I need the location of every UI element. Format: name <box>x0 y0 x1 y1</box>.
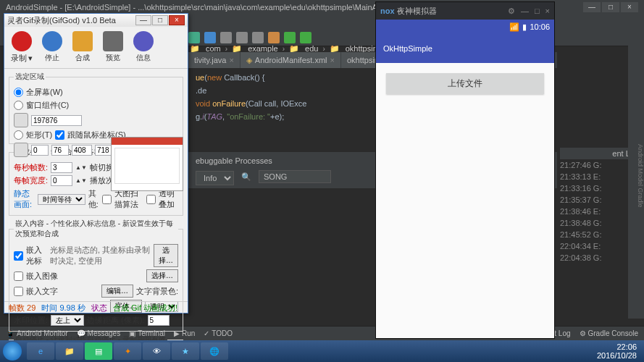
bigsize-check[interactable] <box>102 195 112 204</box>
app-title: OkHttpSimple <box>383 44 432 53</box>
nox-window: nox 夜神模拟器 ⚙ — □ × 📶▮10:06 OkHttpSimple 上… <box>375 1 555 339</box>
nox-title: 夜神模拟器 <box>397 6 437 17</box>
start-button[interactable] <box>3 342 22 361</box>
compose-icon <box>72 31 93 51</box>
nox-titlebar[interactable]: nox 夜神模拟器 ⚙ — □ × <box>376 2 554 20</box>
maximize-button[interactable]: □ <box>602 2 619 12</box>
system-tray[interactable]: 22:06 2016/10/28 <box>597 342 641 360</box>
gifgod-statusbar: 帧数 29 时间 9.98 秒 状态合成 Gif 动画成功! <box>4 301 188 313</box>
gifgod-toolbar: 录制 ▾ 停止 合成 预览 信息 <box>4 27 188 69</box>
taskbar-app[interactable]: ★ <box>172 342 199 360</box>
debug-header: ebuggable Processes <box>196 156 272 165</box>
picker-icon[interactable] <box>14 113 28 127</box>
width-input[interactable] <box>51 175 72 186</box>
windows-taskbar: e 📁 ▤ ✦ 👁 ★ 🌐 22:06 2016/10/28 <box>0 340 644 362</box>
clock: 10:06 <box>530 22 550 32</box>
editor-tab[interactable]: ◈AndroidManifest.xml× <box>241 52 340 68</box>
rect-w-input[interactable] <box>72 145 92 156</box>
ide-title: AndroidSimple - [E:\AndroidSimple] - ...… <box>6 3 405 12</box>
record-icon <box>12 31 32 51</box>
preview-button[interactable]: 预览 <box>99 30 127 65</box>
taskbar-app[interactable]: e <box>27 342 54 360</box>
minimize-button[interactable]: — <box>135 15 151 25</box>
embed-image-check[interactable] <box>14 272 23 281</box>
close-tab-icon[interactable]: × <box>229 56 233 64</box>
tool-tab[interactable]: ✓ TODO <box>204 329 233 337</box>
watermark-select[interactable]: 左上 <box>51 315 84 326</box>
xml-icon: ◈ <box>246 56 252 65</box>
area-fieldset: 选定区域 全屏幕(W) 窗口组件(C) 矩形(T) 跟随鼠标坐标(S) <box>9 72 183 144</box>
search-icon: 🔍 <box>241 172 251 182</box>
static-select[interactable]: 时间等待 <box>38 194 85 205</box>
window-id-input[interactable] <box>31 115 82 126</box>
editor-tab[interactable]: tivity.java× <box>188 52 240 68</box>
info-icon <box>133 31 154 51</box>
gifgod-titlebar[interactable]: 灵者Gif录制(GifGod) v1.0 Beta — □ × <box>4 14 188 27</box>
close-button[interactable]: × <box>169 15 185 25</box>
tool-tab[interactable]: ⚙ Gradle Console <box>580 329 638 337</box>
embed-text-check[interactable] <box>14 287 23 296</box>
settings-icon[interactable]: ⚙ <box>508 7 515 16</box>
window-radio[interactable] <box>14 101 23 110</box>
tray-time: 22:06 <box>597 342 637 351</box>
trans-check[interactable] <box>146 195 156 204</box>
text-edit-button[interactable]: 编辑… <box>101 285 133 298</box>
taskbar-app[interactable]: ✦ <box>114 342 141 360</box>
close-tab-icon[interactable]: × <box>330 56 335 64</box>
log-search-input[interactable] <box>259 170 331 183</box>
info-button[interactable]: 信息 <box>129 30 158 65</box>
stop-button[interactable]: 停止 <box>38 30 67 65</box>
area-legend: 选定区域 <box>14 72 46 82</box>
rect-x-input[interactable] <box>31 145 49 156</box>
margin-input[interactable] <box>148 315 170 326</box>
upload-button[interactable]: 上传文件 <box>386 73 544 94</box>
preview-icon <box>103 31 123 51</box>
taskbar-app[interactable]: 📁 <box>56 342 83 360</box>
rect-y-input[interactable] <box>51 145 69 156</box>
close-button[interactable]: × <box>621 2 638 12</box>
image-select-button[interactable]: 选择… <box>146 269 178 282</box>
log-level-select[interactable]: Info <box>196 171 234 185</box>
rect-picker-icon[interactable] <box>14 143 28 157</box>
ide-window-buttons: — □ × <box>583 2 638 12</box>
maximize-button[interactable]: □ <box>152 15 168 25</box>
embed-legend: 嵌入内容 - 个性化嵌入标志信息 - 新设置生效于每次预览和合成 <box>14 219 178 239</box>
taskbar-app[interactable]: 🌐 <box>201 342 228 360</box>
compose-button[interactable]: 合成 <box>68 30 97 65</box>
gifgod-title: 灵者Gif录制(GifGod) v1.0 Beta <box>7 15 116 26</box>
embed-cursor-check[interactable] <box>14 251 23 261</box>
rect-radio[interactable] <box>14 130 23 140</box>
cursor-select-button[interactable]: 选择… <box>154 244 178 267</box>
stop-icon <box>42 31 62 51</box>
gifgod-window: 灵者Gif录制(GifGod) v1.0 Beta — □ × 录制 ▾ 停止 … <box>4 13 188 313</box>
tray-date: 2016/10/28 <box>597 351 637 360</box>
signal-icon: ▮ <box>522 22 527 32</box>
embed-fieldset: 嵌入内容 - 个性化嵌入标志信息 - 新设置生效于每次预览和合成 嵌入光标 光标… <box>9 219 183 332</box>
close-button[interactable]: × <box>545 7 550 16</box>
right-sidebar[interactable]: Android Model Gradle <box>628 29 644 319</box>
android-content: 上传文件 <box>376 63 554 338</box>
follow-cursor-check[interactable] <box>55 130 64 140</box>
taskbar-app[interactable]: ▤ <box>85 342 112 360</box>
android-appbar: OkHttpSimple <box>376 34 554 63</box>
taskbar-app[interactable]: 👁 <box>143 342 170 360</box>
record-button[interactable]: 录制 ▾ <box>7 30 36 65</box>
fps-input[interactable] <box>51 162 72 173</box>
android-statusbar: 📶▮10:06 <box>376 20 554 34</box>
maximize-button[interactable]: □ <box>535 7 540 16</box>
minimize-button[interactable]: — <box>521 7 529 16</box>
nox-logo: nox <box>380 7 395 15</box>
fullscreen-radio[interactable] <box>14 88 23 97</box>
wifi-icon: 📶 <box>509 22 519 32</box>
minimize-button[interactable]: — <box>583 2 601 12</box>
preview-thumbnail <box>111 137 183 191</box>
